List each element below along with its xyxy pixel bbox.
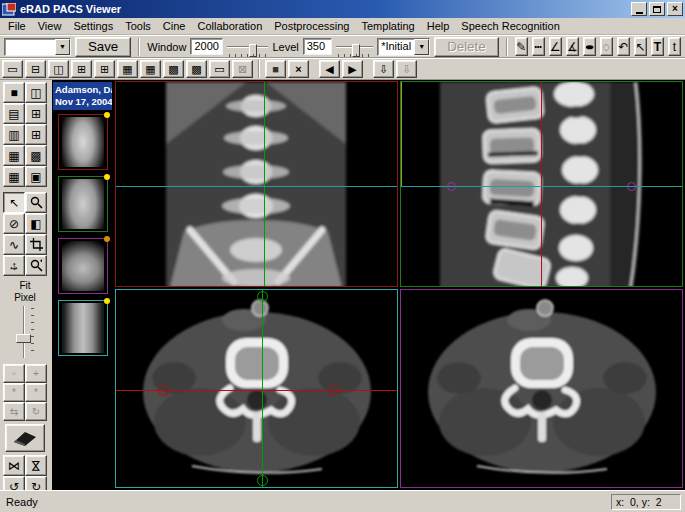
restore-icon	[653, 6, 661, 13]
curve-tool-button[interactable]: ∿	[3, 234, 25, 255]
curve-icon: ∿	[9, 239, 19, 251]
screen-stack-button[interactable]: ▣	[25, 166, 47, 187]
layout-3x3-button[interactable]: ▦	[140, 60, 161, 78]
menu-file[interactable]: File	[2, 19, 32, 33]
zoom-slider-track[interactable]	[23, 306, 25, 358]
layout-2cols-button[interactable]: ◫	[48, 60, 69, 78]
small-text-annotation-button[interactable]: t	[668, 37, 681, 56]
export-image-button[interactable]: ⇩	[373, 60, 394, 78]
close-button[interactable]: ×	[667, 2, 683, 16]
menu-collaboration[interactable]: Collaboration	[191, 19, 268, 33]
zoom-region-tool-button[interactable]	[25, 255, 47, 276]
flip-vertical-button[interactable]: ⋈	[25, 455, 47, 476]
pointer-tool-button[interactable]: ↖	[3, 192, 25, 213]
level-slider[interactable]	[336, 38, 374, 56]
magnify-tool-button[interactable]	[25, 192, 47, 213]
window-input[interactable]: 2000	[190, 38, 222, 55]
fit-label[interactable]: Fit	[3, 280, 47, 292]
window-slider-track[interactable]	[227, 46, 269, 48]
layout-2rows-button[interactable]: ⊟	[25, 60, 46, 78]
screen-2x2-button[interactable]: ⊞	[25, 103, 47, 124]
level-input[interactable]: 350	[303, 38, 332, 55]
menu-postprocessing[interactable]: Postprocessing	[268, 19, 355, 33]
save-button[interactable]: Save	[75, 37, 131, 57]
link-series-button-disabled[interactable]: ⇆	[3, 402, 25, 421]
thumbnail-image	[62, 303, 104, 353]
screen-2col-button[interactable]: ◫	[25, 82, 47, 103]
zoom-slider[interactable]	[3, 306, 47, 358]
thumbnail-sagittal-mip[interactable]	[58, 176, 108, 232]
pan-tool-button[interactable]: ↔↕	[3, 255, 25, 276]
menu-templating[interactable]: Templating	[356, 19, 421, 33]
viewport-axial-left[interactable]	[115, 289, 398, 488]
export-all-button-disabled[interactable]: ⇩	[396, 60, 417, 78]
stop-cine-button[interactable]: ■	[265, 60, 286, 78]
layout-2x2-button[interactable]: ⊞	[71, 60, 92, 78]
menu-speech-recognition[interactable]: Speech Recognition	[455, 19, 565, 33]
layout-1plus2-button[interactable]: ⊞	[94, 60, 115, 78]
screen-4x3-button[interactable]: ▩	[25, 145, 47, 166]
thumbnail-axial[interactable]	[58, 238, 108, 294]
wand-button-disabled[interactable]: *	[3, 383, 25, 402]
layout-3x4-button[interactable]: ▩	[163, 60, 184, 78]
layout-2x3-button[interactable]: ▦	[117, 60, 138, 78]
screen-full-button[interactable]: ■	[3, 82, 25, 103]
localizer-yellow-line	[401, 82, 402, 186]
ellipse-roi-button[interactable]: ●	[583, 37, 596, 56]
angle-tool-button[interactable]: ∠	[549, 37, 562, 56]
viewport-sagittal[interactable]	[400, 81, 683, 287]
window-slider[interactable]	[227, 38, 269, 56]
grid-2col-icon: ◫	[30, 87, 41, 99]
close-series-button[interactable]: ×	[288, 60, 309, 78]
crop-tool-button[interactable]	[25, 234, 47, 255]
wl-preset-arrow[interactable]: ▼	[414, 39, 429, 55]
close-series-icon: ×	[295, 64, 301, 75]
pixel-label[interactable]: Pixel	[3, 292, 47, 304]
zoom-slider-thumb[interactable]	[16, 334, 31, 343]
previous-series-button[interactable]: ◀	[319, 60, 340, 78]
ruler-tool-button[interactable]: ┅	[532, 37, 545, 56]
layout-custom-button-disabled[interactable]: ⊠	[232, 60, 253, 78]
screen-rows-button[interactable]: ▤	[3, 103, 25, 124]
delete-preset-button[interactable]: Delete	[434, 37, 499, 57]
freeform-roi-button[interactable]: ◌	[600, 37, 613, 56]
pencil-tool-button[interactable]: ✎	[515, 37, 528, 56]
flip-horizontal-button[interactable]: ⋈	[3, 455, 25, 476]
reset-button-disabled[interactable]: ↻	[25, 402, 47, 421]
menu-help[interactable]: Help	[421, 19, 456, 33]
screen-4x4-button[interactable]: ▦	[3, 166, 25, 187]
menu-settings[interactable]: Settings	[67, 19, 119, 33]
series-combobox[interactable]: ▼	[4, 38, 71, 56]
cobb-angle-tool-button[interactable]: ∡	[566, 37, 579, 56]
thumbnail-coronal-mip[interactable]	[58, 114, 108, 170]
title-bar[interactable]: eRAD PACS Viewer ×	[0, 0, 685, 18]
screen-3x2-button[interactable]: ▥	[3, 124, 25, 145]
screen-2x2big-button[interactable]: ⊞	[25, 124, 47, 145]
probe-tool-button[interactable]: ⊘	[3, 213, 25, 234]
menu-cine[interactable]: Cine	[157, 19, 192, 33]
left-tool-column: ■ ◫ ▤ ⊞ ▥ ⊞ ▦ ▩ ▦ ▣ ↖ ⊘	[0, 80, 52, 490]
viewport-coronal[interactable]	[115, 81, 398, 287]
wl-preset-combobox[interactable]: *Initial ▼	[377, 38, 430, 56]
eraser-button[interactable]	[5, 424, 45, 452]
sparkle-button-disabled[interactable]: *	[25, 383, 47, 402]
next-series-button[interactable]: ▶	[342, 60, 363, 78]
menu-tools[interactable]: Tools	[119, 19, 157, 33]
text-annotation-button[interactable]: T	[651, 37, 664, 56]
arrow-annotation-button[interactable]: ↖	[634, 37, 647, 56]
series-combobox-arrow[interactable]: ▼	[55, 39, 70, 55]
thumbnail-coronal[interactable]	[58, 300, 108, 356]
menu-view[interactable]: View	[32, 19, 68, 33]
series-combobox-value	[5, 39, 55, 55]
roi-square-button-disabled[interactable]: ▫	[3, 364, 25, 383]
minimize-button[interactable]	[631, 2, 647, 16]
restore-button[interactable]	[649, 2, 665, 16]
layout-1x1-button[interactable]: ▭	[2, 60, 23, 78]
roi-cross-button-disabled[interactable]: +	[25, 364, 47, 383]
window-level-tool-button[interactable]: ◧	[25, 213, 47, 234]
screen-3x3-button[interactable]: ▦	[3, 145, 25, 166]
layout-wide-button[interactable]: ▭	[209, 60, 230, 78]
curved-line-button[interactable]: ↶	[617, 37, 630, 56]
viewport-axial-right[interactable]	[400, 289, 683, 488]
layout-4x4-button[interactable]: ▩	[186, 60, 207, 78]
